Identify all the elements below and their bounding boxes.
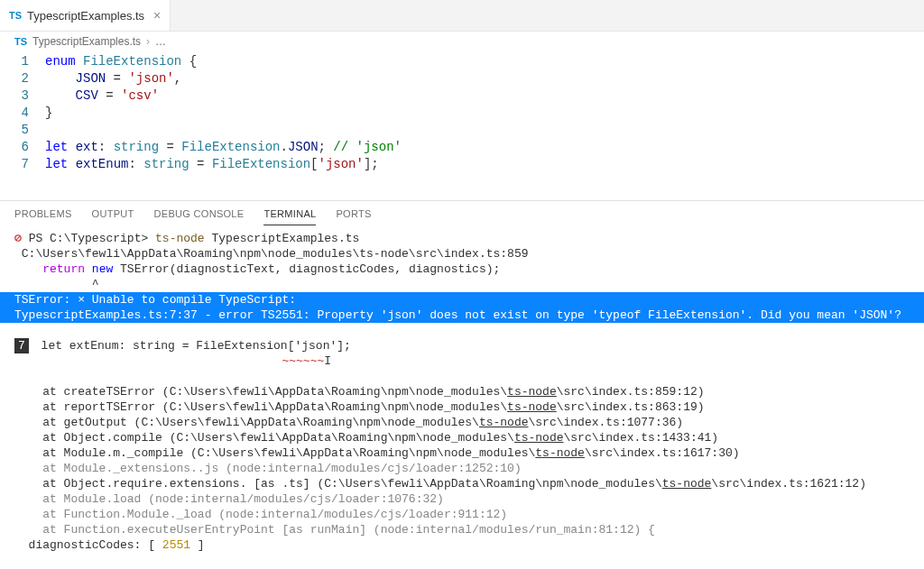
line-number: 6: [0, 139, 45, 156]
line-number: 5: [0, 122, 45, 139]
terminal-line: at createTSError (C:\Users\fewli\AppData…: [14, 384, 910, 399]
terminal-line: return new TSError(diagnosticText, diagn…: [14, 262, 910, 277]
terminal-panel[interactable]: ⊘ PS C:\Typescript> ts-node TypescriptEx…: [0, 225, 924, 562]
code-line[interactable]: 4}: [0, 105, 924, 122]
breadcrumb-file[interactable]: TypescriptExamples.ts: [32, 35, 141, 48]
terminal-line: at Function.Module._load (node:internal/…: [14, 507, 910, 522]
chevron-right-icon: ›: [146, 35, 150, 48]
terminal-line: [14, 323, 910, 338]
terminal-line: diagnosticCodes: [ 2551 ]: [14, 537, 910, 553]
line-number: 2: [0, 70, 45, 87]
terminal-line: ^: [14, 277, 910, 292]
tab-bar: TS TypescriptExamples.ts ×: [0, 0, 924, 32]
line-number: 7: [0, 156, 45, 173]
code-line[interactable]: 7let extEnum: string = FileExtension['js…: [0, 156, 924, 173]
line-number: 3: [0, 87, 45, 105]
terminal-line: at Module.m._compile (C:\Users\fewli\App…: [14, 445, 910, 461]
tab-title: TypescriptExamples.ts: [27, 9, 144, 23]
error-code-line: 7 let extEnum: string = FileExtension['j…: [14, 338, 910, 353]
code-text[interactable]: JSON = 'json',: [45, 70, 924, 87]
panel-tab-problems[interactable]: PROBLEMS: [14, 208, 72, 225]
panel-tab-debug-console[interactable]: DEBUG CONSOLE: [154, 208, 245, 225]
code-line[interactable]: 1enum FileExtension {: [0, 53, 924, 70]
close-icon[interactable]: ×: [150, 8, 161, 23]
error-highlight: TSError: × Unable to compile TypeScript:…: [0, 292, 924, 323]
terminal-line: C:\Users\fewli\AppData\Roaming\npm\node_…: [14, 246, 910, 262]
code-line[interactable]: 6let ext: string = FileExtension.JSON; /…: [0, 139, 924, 156]
code-text[interactable]: let ext: string = FileExtension.JSON; //…: [45, 139, 924, 156]
code-line[interactable]: 5: [0, 122, 924, 139]
code-editor[interactable]: 1enum FileExtension {2 JSON = 'json',3 C…: [0, 51, 924, 182]
terminal-line: at reportTSError (C:\Users\fewli\AppData…: [14, 399, 910, 415]
terminal-line: ⊘ PS C:\Typescript> ts-node TypescriptEx…: [14, 231, 910, 246]
terminal-line: at Function.executeUserEntryPoint [as ru…: [14, 522, 910, 537]
terminal-line: at Module.load (node:internal/modules/cj…: [14, 491, 910, 507]
typescript-icon: TS: [14, 36, 27, 47]
breadcrumb-more[interactable]: …: [155, 35, 166, 48]
panel-tab-terminal[interactable]: TERMINAL: [263, 208, 316, 225]
terminal-line: at Module._extensions..js (node:internal…: [14, 461, 910, 476]
editor-tab[interactable]: TS TypescriptExamples.ts ×: [0, 0, 171, 31]
code-text[interactable]: CSV = 'csv': [45, 87, 924, 105]
panel-tab-ports[interactable]: PORTS: [336, 208, 371, 225]
code-text[interactable]: }: [45, 105, 924, 122]
terminal-line: at Object.compile (C:\Users\fewli\AppDat…: [14, 430, 910, 445]
breadcrumb[interactable]: TS TypescriptExamples.ts › …: [0, 32, 924, 51]
terminal-line: [14, 369, 910, 384]
line-number: 4: [0, 105, 45, 122]
code-text[interactable]: [45, 122, 924, 139]
terminal-line: at getOutput (C:\Users\fewli\AppData\Roa…: [14, 415, 910, 430]
code-line[interactable]: 2 JSON = 'json',: [0, 70, 924, 87]
panel-tab-output[interactable]: OUTPUT: [92, 208, 134, 225]
code-line[interactable]: 3 CSV = 'csv': [0, 87, 924, 105]
terminal-line: TSError: × Unable to compile TypeScript:: [0, 292, 924, 307]
panel-tab-bar: PROBLEMSOUTPUTDEBUG CONSOLETERMINALPORTS: [0, 200, 924, 225]
terminal-line: TypescriptExamples.ts:7:37 - error TS255…: [0, 307, 924, 323]
terminal-line: at Object.require.extensions. [as .ts] (…: [14, 476, 910, 491]
code-text[interactable]: let extEnum: string = FileExtension['jso…: [45, 156, 924, 173]
line-number: 1: [0, 53, 45, 70]
typescript-icon: TS: [9, 10, 22, 21]
terminal-line: ~~~~~~I: [14, 353, 910, 369]
code-text[interactable]: enum FileExtension {: [45, 53, 924, 70]
